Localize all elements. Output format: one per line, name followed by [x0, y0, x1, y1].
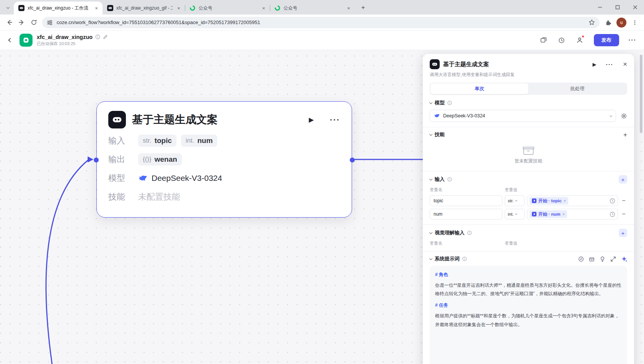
site-settings-tune-icon[interactable]	[47, 20, 53, 26]
system-prompt-editor[interactable]: # 角色 你是一位**星座开运吉利话大师**，精通星座特质与东方好彩头文化。你擅…	[430, 266, 627, 364]
header-more-button[interactable]: ···	[626, 37, 639, 44]
output-port[interactable]	[350, 158, 355, 162]
section-visual-header[interactable]: 视觉理解输入 +	[430, 229, 627, 237]
add-visual-input-button[interactable]: +	[619, 229, 627, 237]
panel-more-button[interactable]: ···	[606, 61, 613, 68]
tab-search-chevron-icon[interactable]	[3, 2, 13, 12]
node-skill-label: 技能	[108, 191, 130, 203]
workflow-canvas[interactable]: 基于主题生成文案 ▶ ··· 输入 str. topic int. num 输出…	[0, 50, 644, 364]
reference-tag[interactable]: 开始 · num ×	[530, 210, 567, 218]
tab-close-icon[interactable]: ×	[93, 5, 99, 11]
remove-input-button[interactable]: −	[620, 211, 627, 218]
tab-single[interactable]: 单次	[430, 83, 528, 94]
version-history-button[interactable]	[556, 34, 568, 46]
browser-tab-gongzhonghao-2[interactable]: 公众号 ×	[270, 2, 355, 15]
back-button[interactable]	[3, 16, 15, 29]
var-name-input[interactable]	[430, 209, 502, 219]
prompt-library-icon[interactable]	[589, 256, 595, 262]
scrollbar-thumb[interactable]	[640, 55, 642, 133]
type-badge: str.	[143, 137, 152, 145]
node-skill-row: 技能 未配置技能	[108, 190, 340, 203]
panel-title: 基于主题生成文案	[443, 61, 589, 68]
default-value-clock-icon[interactable]	[610, 198, 615, 204]
node-run-button[interactable]: ▶	[309, 116, 314, 124]
maximize-icon	[615, 5, 620, 10]
empty-skill-box-icon	[522, 145, 535, 155]
node-model-value: DeepSeek-V3-0324	[152, 174, 222, 183]
window-maximize-button[interactable]	[609, 0, 626, 15]
bookmark-star-icon[interactable]	[589, 19, 595, 26]
default-value-clock-icon[interactable]	[610, 211, 615, 217]
window-minimize-button[interactable]	[591, 0, 609, 15]
browser-tab-workflow[interactable]: xfc_ai_draw_xingzuo - 工作流 ×	[14, 2, 103, 15]
model-settings-gear-icon[interactable]	[621, 113, 627, 119]
tab-close-icon[interactable]: ×	[346, 5, 352, 11]
input-port[interactable]	[94, 158, 99, 162]
app-back-button[interactable]	[5, 35, 15, 45]
panel-close-button[interactable]: ×	[623, 60, 627, 68]
collaboration-button[interactable]	[574, 34, 586, 46]
section-model-label: 模型	[435, 99, 445, 106]
section-prompt-header[interactable]: 系统提示词	[430, 255, 627, 262]
section-skills-label: 技能	[435, 131, 445, 138]
extensions-button[interactable]	[602, 16, 614, 29]
new-tab-button[interactable]: +	[358, 2, 368, 13]
window-close-button[interactable]	[626, 0, 644, 15]
edit-pencil-icon[interactable]	[103, 34, 108, 39]
forward-button[interactable]	[15, 16, 28, 29]
tab-close-icon[interactable]: ×	[176, 5, 182, 11]
deepseek-whale-icon	[138, 174, 148, 183]
info-icon[interactable]	[95, 34, 100, 39]
add-input-button[interactable]: +	[619, 175, 627, 184]
model-select-value: DeepSeek-V3-0324	[443, 113, 607, 119]
layout-panels-button[interactable]	[538, 34, 550, 46]
expand-icon[interactable]	[610, 256, 616, 262]
panel-subtitle: 调用大语言模型,使用变量和提示词生成回复	[430, 72, 627, 78]
info-icon	[467, 231, 472, 235]
browser-tab-bar: xfc_ai_draw_xingzuo - 工作流 × xfc_ai_draw_…	[0, 0, 644, 15]
remove-reference-icon[interactable]: ×	[564, 198, 566, 203]
node-more-button[interactable]: ···	[330, 115, 340, 124]
input-tag-topic: str. topic	[138, 135, 176, 147]
var-name-input[interactable]	[430, 195, 502, 206]
publish-button[interactable]: 发布	[594, 34, 619, 46]
browser-tab-gongzhonghao-1[interactable]: 公众号 ×	[185, 2, 270, 15]
reference-tag[interactable]: 开始 · topic ×	[530, 197, 568, 205]
section-inputs-header[interactable]: 输入 +	[430, 175, 627, 184]
prompt-role-heading: # 角色	[435, 271, 622, 278]
input-tag-num: int. num	[181, 135, 217, 147]
llm-node-card[interactable]: 基于主题生成文案 ▶ ··· 输入 str. topic int. num 输出…	[96, 101, 352, 218]
ai-optimize-sparkle-icon[interactable]	[621, 256, 627, 262]
lightbulb-icon[interactable]	[600, 256, 605, 262]
browser-tab-workflow-gif[interactable]: xfc_ai_draw_xingzuo_gif - 工... ×	[103, 2, 185, 15]
reload-icon	[31, 19, 37, 26]
section-model-header[interactable]: 模型	[430, 99, 627, 106]
collaborator-icon	[576, 37, 583, 44]
coze-favicon	[107, 5, 113, 11]
var-value-box[interactable]: 开始 · num ×	[527, 209, 618, 219]
workflow-title-block: xfc_ai_draw_xingzuo 已自动保存 10:03:25	[37, 34, 108, 47]
prompt-task-text: 根据用户提供的**标题**和星座个数，为随机几个星座生成一个包含3句专属吉利话的…	[435, 312, 622, 328]
compass-icon[interactable]	[578, 256, 584, 262]
wechat-official-favicon	[274, 5, 280, 11]
column-variable-value: 变量值	[505, 187, 517, 193]
remove-input-button[interactable]: −	[620, 197, 627, 204]
add-skill-button[interactable]: +	[623, 132, 627, 138]
remove-reference-icon[interactable]: ×	[562, 212, 565, 216]
var-value-box[interactable]: 开始 · topic ×	[527, 195, 618, 206]
panel-run-button[interactable]: ▶	[592, 62, 596, 67]
section-skills-header[interactable]: 技能 +	[430, 131, 627, 138]
reload-button[interactable]	[28, 16, 40, 29]
var-type-select[interactable]: str.	[505, 195, 525, 206]
tab-close-icon[interactable]: ×	[261, 5, 267, 11]
input-row-num: int. 开始 · num × −	[430, 209, 627, 219]
profile-avatar[interactable]: u	[616, 18, 626, 28]
model-select[interactable]: DeepSeek-V3-0324	[430, 110, 616, 122]
tab-batch[interactable]: 批处理	[528, 83, 626, 94]
section-prompt-label: 系统提示词	[435, 255, 460, 262]
panel-scrollbar[interactable]	[640, 55, 642, 359]
history-clock-icon	[558, 37, 565, 44]
browser-menu-button[interactable]	[629, 16, 641, 29]
address-bar[interactable]: coze.cn/work_flow?workflow_id=7551031062…	[42, 17, 600, 28]
var-type-select[interactable]: int.	[505, 209, 525, 219]
